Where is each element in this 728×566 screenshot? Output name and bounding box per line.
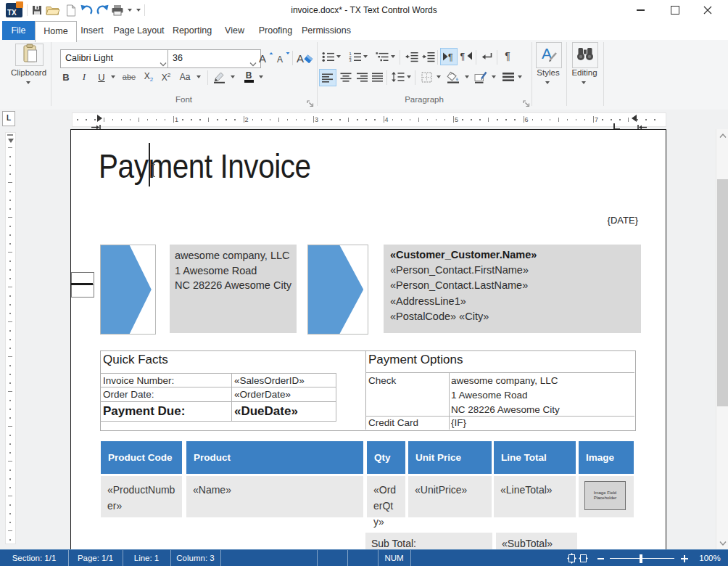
vertical-ruler[interactable] — [5, 132, 16, 544]
highlight-dropdown-caret[interactable] — [231, 75, 235, 78]
tab-home[interactable]: Home — [35, 21, 77, 42]
increase-indent-button[interactable] — [421, 49, 437, 65]
zoom-in-button[interactable] — [681, 555, 688, 562]
product-table-cell: «Name» — [186, 476, 363, 517]
change-case-dropdown-caret[interactable] — [197, 75, 201, 78]
right-indent-marker[interactable] — [632, 115, 637, 122]
left-to-right-button[interactable]: ¶ — [440, 48, 458, 65]
redo-button[interactable] — [95, 2, 111, 18]
undo-button[interactable] — [78, 2, 94, 18]
line-spacing-caret[interactable] — [407, 75, 411, 78]
editing-button[interactable] — [572, 42, 598, 68]
vertical-scrollbar[interactable] — [716, 129, 728, 549]
status-section[interactable]: Section: 1/1 — [0, 550, 68, 566]
shading-caret[interactable] — [465, 75, 469, 78]
clipboard-dropdown-caret[interactable] — [26, 81, 30, 84]
table-handle[interactable] — [71, 284, 94, 298]
right-to-left-button[interactable]: ¶ — [458, 48, 474, 64]
close-button[interactable] — [697, 0, 719, 20]
print-button[interactable] — [109, 2, 125, 18]
fit-page-button[interactable] — [567, 553, 576, 565]
sender-address-box[interactable]: awesome company, LLC1 Awesome RoadNC 282… — [170, 245, 297, 333]
tab-selector-box[interactable]: L — [2, 111, 15, 126]
scrollbar-thumb[interactable] — [717, 179, 728, 406]
zoom-slider-thumb[interactable] — [640, 554, 642, 563]
app-logo-icon[interactable]: TX — [6, 3, 22, 17]
new-document-button[interactable] — [63, 2, 79, 18]
recipient-address-line: «PostalCode» «City» — [390, 311, 489, 322]
scroll-up-arrow[interactable] — [716, 129, 728, 142]
font-color-dropdown-caret[interactable] — [259, 75, 263, 78]
recipient-address-box[interactable]: «Customer_Customer.Name»«Person_Contact.… — [384, 245, 641, 333]
tab-page-layout[interactable]: Page Layout — [109, 21, 169, 40]
qat-customize-caret[interactable] — [136, 9, 141, 12]
tab-file[interactable]: File — [2, 21, 35, 40]
status-column[interactable]: Column: 3 — [170, 550, 220, 566]
print-dropdown-caret[interactable] — [128, 9, 132, 12]
grow-font-button[interactable]: A — [258, 49, 274, 65]
status-line[interactable]: Line: 1 — [123, 550, 170, 566]
editing-caret[interactable] — [582, 81, 586, 84]
line-style-button[interactable] — [500, 69, 516, 85]
font-color-button[interactable]: B — [241, 69, 257, 85]
tab-proofing[interactable]: Proofing — [254, 21, 297, 40]
scroll-down-arrow[interactable] — [716, 537, 728, 549]
insert-break-button[interactable] — [479, 49, 495, 65]
font-size-combo[interactable]: 36 — [167, 49, 261, 68]
zoom-out-button[interactable] — [597, 558, 604, 559]
formatting-marks-button[interactable]: ¶ — [500, 48, 516, 64]
font-dialog-launcher[interactable] — [307, 97, 314, 104]
borders-button[interactable] — [418, 69, 434, 85]
open-button[interactable] — [45, 2, 61, 18]
highlight-color-button[interactable] — [211, 69, 228, 85]
subscript-button[interactable]: X2 — [141, 69, 157, 85]
multilevel-list-caret[interactable] — [391, 55, 395, 58]
numbered-list-button[interactable]: 123 — [347, 49, 363, 65]
shading-button[interactable] — [445, 69, 461, 85]
bold-button[interactable]: B — [58, 69, 74, 85]
align-right-button[interactable] — [354, 69, 370, 85]
minimize-button[interactable] — [629, 0, 651, 20]
underline-dropdown-caret[interactable] — [111, 75, 115, 78]
text-frame-caret[interactable] — [492, 75, 496, 78]
paragraph-dialog-launcher[interactable] — [523, 97, 530, 104]
tab-view[interactable]: View — [215, 21, 254, 40]
arrow-shape-box[interactable] — [307, 245, 368, 335]
change-case-button[interactable]: Aa — [177, 69, 193, 85]
save-button[interactable] — [29, 2, 45, 18]
styles-button[interactable]: A — [536, 42, 562, 68]
multilevel-list-button[interactable] — [374, 49, 390, 65]
line-style-caret[interactable] — [518, 75, 522, 78]
horizontal-ruler[interactable]: 1234567 — [72, 112, 666, 127]
line-spacing-button[interactable] — [390, 69, 406, 85]
superscript-button[interactable]: X2 — [158, 69, 174, 85]
tab-insert[interactable]: Insert — [75, 21, 109, 40]
strikethrough-button[interactable]: abe — [120, 69, 138, 85]
styles-caret[interactable] — [545, 81, 550, 84]
justify-button[interactable] — [370, 69, 386, 85]
shrink-font-button[interactable]: A — [276, 49, 291, 65]
fit-width-button[interactable] — [579, 553, 588, 565]
borders-caret[interactable] — [437, 75, 441, 78]
tab-reporting[interactable]: Reporting — [169, 21, 215, 40]
align-left-button[interactable] — [319, 69, 336, 86]
zoom-percentage[interactable]: 100% — [695, 550, 725, 566]
font-name-combo[interactable]: Calibri Light — [60, 49, 171, 68]
bullet-list-caret[interactable] — [336, 55, 341, 58]
numbered-list-caret[interactable] — [363, 55, 368, 58]
paste-button[interactable] — [15, 44, 44, 66]
decrease-indent-button[interactable] — [404, 49, 420, 65]
underline-button[interactable]: U — [94, 69, 109, 85]
arrow-shape-box[interactable] — [100, 245, 156, 335]
align-center-button[interactable] — [338, 69, 354, 85]
quick-facts-value: «DueDate» — [234, 404, 298, 419]
bullet-list-button[interactable] — [320, 49, 336, 65]
first-line-indent-marker[interactable] — [97, 115, 102, 122]
maximize-button[interactable] — [664, 0, 686, 20]
document-page[interactable]: Payment Invoice {DATE} awesome company, … — [70, 129, 666, 550]
text-frame-button[interactable] — [473, 69, 489, 85]
tab-permissions[interactable]: Permissions — [297, 21, 355, 40]
status-page[interactable]: Page: 1/1 — [68, 550, 123, 566]
italic-button[interactable]: I — [76, 69, 92, 85]
clear-formatting-button[interactable]: A — [296, 49, 315, 65]
